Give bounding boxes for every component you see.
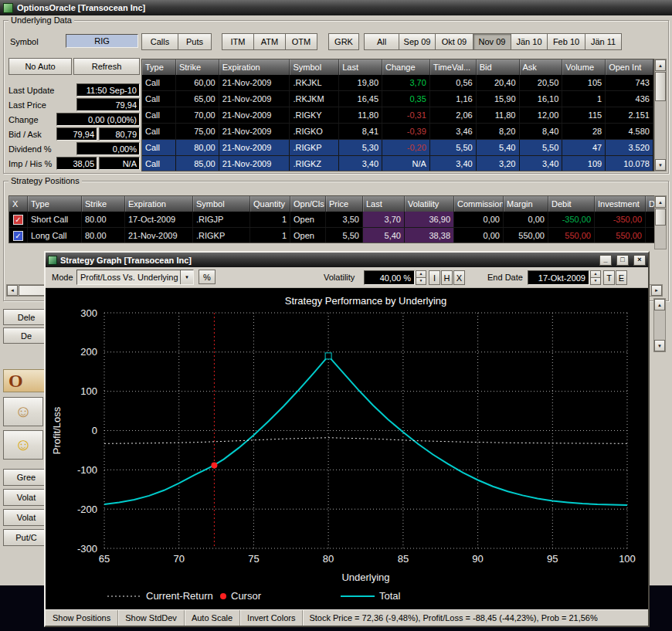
- positions-column-expiration[interactable]: Expiration: [125, 196, 193, 212]
- refresh-button[interactable]: Refresh: [73, 58, 140, 75]
- side-scrollbar[interactable]: ▲ ▼: [653, 298, 666, 352]
- close-button[interactable]: ×: [633, 255, 646, 266]
- minimize-button[interactable]: _: [599, 255, 612, 266]
- options-column-symbol[interactable]: Symbol: [290, 59, 339, 75]
- mode-dropdown[interactable]: Profit/Loss Vs. Underlying ▼: [76, 270, 194, 285]
- atm-button[interactable]: ATM: [253, 33, 286, 50]
- positions-column-commission[interactable]: Commission: [454, 196, 504, 212]
- expiry-tab-j-n-10[interactable]: Jän 10: [511, 33, 548, 50]
- puts-button[interactable]: Puts: [178, 33, 212, 50]
- put-call-button[interactable]: Put/C: [3, 529, 49, 546]
- options-row[interactable]: Call85,0021-Nov-2009.RIGKZ3,40N/A3,403,2…: [142, 156, 653, 171]
- scroll-down-button[interactable]: ▼: [654, 340, 665, 351]
- maximize-button[interactable]: □: [616, 255, 629, 266]
- position-checkbox[interactable]: ✓: [13, 231, 23, 241]
- expiry-tab-okt-09[interactable]: Okt 09: [435, 33, 473, 50]
- position-checkbox-cell: ✓: [9, 228, 28, 243]
- strategy-chart[interactable]: 3002001000-100-200-30065707580859095100S…: [46, 288, 648, 609]
- show-positions-button[interactable]: Show Positions: [46, 610, 118, 626]
- delete-button[interactable]: Dele: [3, 309, 49, 325]
- t-button[interactable]: T: [603, 270, 615, 285]
- volatility-spinner[interactable]: ▲ ▼: [416, 270, 426, 285]
- scroll-up-button[interactable]: ▲: [655, 196, 666, 208]
- end-date-input[interactable]: 17-Okt-2009: [528, 270, 589, 285]
- options-column-last[interactable]: Last: [339, 59, 382, 75]
- positions-column-volatility[interactable]: Volatility: [405, 196, 454, 212]
- itm-button[interactable]: ITM: [222, 33, 254, 50]
- otm-button[interactable]: OTM: [285, 33, 317, 50]
- app-icon: [3, 3, 13, 13]
- invert-colors-button[interactable]: Invert Colors: [240, 610, 303, 626]
- scroll-up-button[interactable]: ▲: [654, 299, 665, 310]
- positions-column-last[interactable]: Last: [363, 196, 405, 212]
- options-row[interactable]: Call75,0021-Nov-2009.RIGKO8,41-0,393,468…: [142, 124, 653, 140]
- dropdown-arrow-icon[interactable]: ▼: [180, 270, 193, 284]
- scroll-up-button[interactable]: ▲: [655, 59, 666, 71]
- position-checkbox[interactable]: ✓: [13, 215, 23, 225]
- position-row[interactable]: ✓Long Call80.0021-Nov-2009.RIGKP1Open5,5…: [9, 228, 655, 243]
- positions-scrollbar[interactable]: ▲: [654, 195, 667, 249]
- options-row[interactable]: Call60,0021-Nov-2009.RKJKL19,803,700,562…: [142, 75, 653, 91]
- scroll-right-button[interactable]: ►: [651, 285, 662, 296]
- positions-column-quantity[interactable]: Quantity: [250, 196, 290, 212]
- positions-column-x[interactable]: X: [9, 196, 28, 212]
- positions-column-debit[interactable]: Debit: [548, 196, 595, 212]
- greeks-button[interactable]: Gree: [3, 469, 49, 486]
- auto-scale-button[interactable]: Auto Scale: [185, 610, 240, 626]
- positions-cell: Open: [290, 212, 326, 227]
- expiry-tab-all[interactable]: All: [364, 33, 399, 50]
- options-row[interactable]: Call70,0021-Nov-2009.RIGKY11,80-0,312,06…: [142, 107, 653, 124]
- chart-area[interactable]: 3002001000-100-200-30065707580859095100S…: [46, 288, 648, 609]
- options-column-volume[interactable]: Volume: [562, 59, 606, 75]
- options-column-expiration[interactable]: Expiration: [219, 59, 290, 75]
- x-button[interactable]: X: [453, 270, 465, 285]
- positions-column-price[interactable]: Price: [326, 196, 363, 212]
- options-column-open-int[interactable]: Open Int: [606, 59, 653, 75]
- i-button[interactable]: I: [429, 270, 440, 285]
- graph-titlebar[interactable]: Strategy Graph [Transocean Inc] _ □ ×: [46, 253, 648, 267]
- grk-button[interactable]: GRK: [328, 33, 359, 50]
- wizard-button[interactable]: ☺: [3, 397, 43, 426]
- scrollbar-thumb[interactable]: [655, 209, 666, 226]
- delete-all-button[interactable]: De: [3, 327, 49, 344]
- positions-column-strike[interactable]: Strike: [82, 196, 125, 212]
- scrollbar-thumb[interactable]: [655, 72, 666, 101]
- positions-column-opn-cls[interactable]: Opn/Cls: [290, 196, 326, 212]
- position-row[interactable]: ✓Short Call80.0017-Oct-2009.RIGJP1Open3,…: [9, 212, 655, 228]
- positions-column-margin[interactable]: Margin: [504, 196, 548, 212]
- volatility-button[interactable]: Volat: [3, 489, 49, 506]
- expiry-tab-j-n-11[interactable]: Jän 11: [585, 33, 622, 50]
- options-column-strike[interactable]: Strike: [176, 59, 219, 75]
- options-table-scrollbar[interactable]: ▲ ▼: [654, 59, 667, 171]
- expiry-tab-nov-09[interactable]: Nov 09: [473, 33, 511, 50]
- options-column-ask[interactable]: Ask: [520, 59, 563, 75]
- options-column-change[interactable]: Change: [382, 59, 430, 75]
- expiry-tab-sep-09[interactable]: Sep 09: [399, 33, 436, 50]
- spin-down-button[interactable]: ▼: [416, 277, 426, 285]
- end-date-spinner[interactable]: ▲ ▼: [590, 270, 601, 285]
- options-column-bid[interactable]: Bid: [477, 59, 520, 75]
- scroll-left-button[interactable]: ◄: [7, 285, 18, 296]
- symbol-input[interactable]: RIG: [66, 34, 138, 48]
- options-column-type[interactable]: Type: [142, 59, 176, 75]
- joker-button[interactable]: ☺: [3, 430, 43, 460]
- options-row[interactable]: Call80,0021-Nov-2009.RIGKP5,30-0,205,505…: [142, 140, 653, 156]
- scroll-down-button[interactable]: ▼: [655, 159, 666, 171]
- stat-row-dividend: Dividend %0,00%: [8, 141, 140, 156]
- positions-column-investment[interactable]: Investment: [595, 196, 646, 212]
- h-button[interactable]: H: [441, 270, 453, 285]
- spin-down-button[interactable]: ▼: [590, 277, 601, 285]
- show-stddev-button[interactable]: Show StdDev: [118, 610, 185, 626]
- percent-button[interactable]: %: [199, 270, 216, 284]
- volatility-input[interactable]: 40,00 %: [364, 270, 415, 285]
- positions-column-symbol[interactable]: Symbol: [193, 196, 250, 212]
- main-titlebar[interactable]: OptionsOracle [Transocean Inc]: [0, 0, 672, 15]
- no-auto-button[interactable]: No Auto: [8, 58, 72, 75]
- expiry-tab-feb-10[interactable]: Feb 10: [547, 33, 585, 50]
- options-row[interactable]: Call65,0021-Nov-2009.RKJKM16,450,351,161…: [142, 91, 653, 107]
- options-column-timeval[interactable]: TimeVal...: [430, 59, 477, 75]
- volatility2-button[interactable]: Volat: [3, 509, 49, 526]
- calls-button[interactable]: Calls: [141, 33, 178, 50]
- positions-column-type[interactable]: Type: [28, 196, 82, 212]
- e-button[interactable]: E: [616, 270, 627, 285]
